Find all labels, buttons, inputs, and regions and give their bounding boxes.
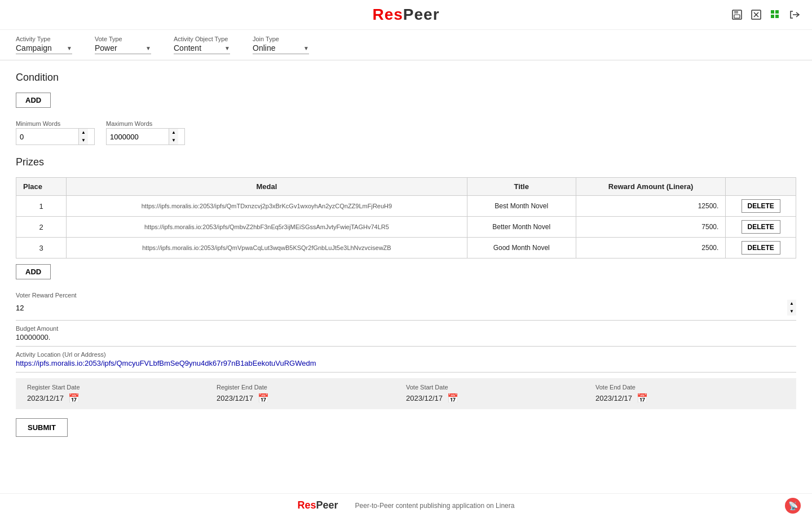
calendar-icon-0[interactable]: 📅 bbox=[68, 393, 80, 404]
calendar-icon-3[interactable]: 📅 bbox=[637, 393, 648, 404]
prizes-row-1: 2 https://ipfs.moralis.io:2053/ipfs/Qmbv… bbox=[16, 217, 796, 238]
prize-medal-0: https://ipfs.moralis.io:2053/ipfs/QmTDxn… bbox=[67, 196, 467, 217]
dropdown-select-3[interactable]: Online ▼ bbox=[253, 43, 309, 54]
dropdown-label-2: Activity Object Type bbox=[174, 36, 230, 42]
voter-up[interactable]: ▲ bbox=[787, 300, 796, 308]
prize-reward-0: 12500. bbox=[576, 196, 726, 217]
close-box-icon[interactable] bbox=[750, 8, 762, 21]
dropdown-select-1[interactable]: Power ▼ bbox=[95, 43, 151, 54]
prize-reward-2: 2500. bbox=[576, 238, 726, 258]
dropdown-label-1: Vote Type bbox=[95, 36, 151, 42]
prizes-col-header-2: Title bbox=[467, 178, 576, 196]
prize-place-2: 3 bbox=[16, 238, 67, 258]
dropdown-arrow-0: ▼ bbox=[67, 45, 72, 51]
condition-add-button[interactable]: ADD bbox=[16, 93, 51, 108]
prizes-row-0: 1 https://ipfs.moralis.io:2053/ipfs/QmTD… bbox=[16, 196, 796, 217]
max-words-input-wrapper: ▲ ▼ bbox=[106, 128, 185, 145]
prize-action-2: DELETE bbox=[726, 238, 796, 258]
location-group: Activity Location (Url or Address) https… bbox=[16, 347, 796, 373]
logo: ResPeer bbox=[372, 6, 439, 24]
voter-down[interactable]: ▼ bbox=[787, 308, 796, 316]
budget-value: 10000000. bbox=[16, 333, 796, 341]
prize-medal-1: https://ipfs.moralis.io:2053/ipfs/QmbvZ2… bbox=[67, 217, 467, 238]
svg-rect-7 bbox=[775, 10, 779, 14]
date-value-2: 2023/12/17 bbox=[406, 394, 443, 402]
min-words-input[interactable] bbox=[16, 130, 78, 143]
condition-section: Condition ADD Minimum Words ▲ ▼ Maximum … bbox=[16, 72, 796, 145]
footer-logo-res: Res bbox=[298, 500, 316, 511]
prizes-add-button[interactable]: ADD bbox=[16, 264, 51, 279]
dropdown-val-1: Power bbox=[95, 43, 117, 52]
min-words-label: Minimum Words bbox=[16, 120, 95, 127]
min-words-down[interactable]: ▼ bbox=[79, 137, 88, 144]
prizes-table: PlaceMedalTitleReward Amount (Linera) 1 … bbox=[16, 177, 796, 258]
date-value-row-1: 2023/12/17 📅 bbox=[217, 393, 389, 404]
date-group-1: Register End Date 2023/12/17 📅 bbox=[217, 384, 389, 404]
calendar-icon-1[interactable]: 📅 bbox=[258, 393, 269, 404]
date-value-row-3: 2023/12/17 📅 bbox=[595, 393, 768, 404]
prize-delete-btn-1[interactable]: DELETE bbox=[742, 220, 780, 234]
max-words-down[interactable]: ▼ bbox=[169, 137, 178, 144]
dropdown-label-0: Activity Type bbox=[16, 36, 72, 42]
dropdown-group-1: Vote Type Power ▼ bbox=[95, 36, 151, 60]
prize-title-1: Better Month Novel bbox=[467, 217, 576, 238]
voter-reward-input[interactable] bbox=[16, 304, 787, 312]
prizes-col-header-1: Medal bbox=[67, 178, 467, 196]
max-words-up[interactable]: ▲ bbox=[169, 129, 178, 137]
date-value-1: 2023/12/17 bbox=[217, 394, 253, 402]
date-value-3: 2023/12/17 bbox=[595, 394, 632, 402]
svg-rect-8 bbox=[771, 15, 774, 18]
voter-reward-spinner[interactable]: ▲ ▼ bbox=[787, 300, 796, 316]
svg-rect-6 bbox=[771, 10, 774, 14]
dropdown-val-2: Content bbox=[174, 43, 201, 52]
location-value: https://ipfs.moralis.io:2053/ipfs/QmcyuF… bbox=[16, 359, 796, 367]
prize-medal-2: https://ipfs.moralis.io:2053/ipfs/QmVpwa… bbox=[67, 238, 467, 258]
dropdown-select-2[interactable]: Content ▼ bbox=[174, 43, 230, 54]
date-label-2: Vote Start Date bbox=[406, 384, 579, 391]
date-label-0: Register Start Date bbox=[27, 384, 200, 391]
date-value-row-0: 2023/12/17 📅 bbox=[27, 393, 200, 404]
header-icons bbox=[731, 8, 801, 21]
footer: ResPeer Peer-to-Peer content publishing … bbox=[0, 493, 812, 517]
voter-reward-label: Voter Reward Percent bbox=[16, 292, 796, 299]
prize-delete-btn-2[interactable]: DELETE bbox=[742, 241, 780, 255]
svg-rect-9 bbox=[775, 15, 779, 18]
grid-icon[interactable] bbox=[769, 8, 782, 21]
prize-action-0: DELETE bbox=[726, 196, 796, 217]
prize-reward-1: 7500. bbox=[576, 217, 726, 238]
submit-button[interactable]: SUBMIT bbox=[16, 418, 68, 437]
dropdown-val-3: Online bbox=[253, 43, 275, 52]
logo-peer: Peer bbox=[403, 6, 440, 23]
dropdown-select-0[interactable]: Campaign ▼ bbox=[16, 43, 72, 54]
date-label-1: Register End Date bbox=[217, 384, 389, 391]
dropdown-arrow-3: ▼ bbox=[303, 45, 309, 51]
max-words-input[interactable] bbox=[107, 130, 169, 143]
footer-broadcast-icon[interactable]: 📡 bbox=[785, 498, 801, 514]
prize-place-1: 2 bbox=[16, 217, 67, 238]
min-words-up[interactable]: ▲ bbox=[79, 129, 88, 137]
prizes-col-header-3: Reward Amount (Linera) bbox=[576, 178, 726, 196]
svg-rect-1 bbox=[734, 10, 738, 14]
dropdown-group-3: Join Type Online ▼ bbox=[253, 36, 309, 60]
dropdown-label-3: Join Type bbox=[253, 36, 309, 42]
save-icon[interactable] bbox=[731, 8, 743, 21]
min-words-spinner[interactable]: ▲ ▼ bbox=[78, 129, 88, 144]
dropdown-arrow-1: ▼ bbox=[145, 45, 151, 51]
logout-icon[interactable] bbox=[788, 8, 801, 21]
prize-delete-btn-0[interactable]: DELETE bbox=[742, 199, 780, 213]
max-words-group: Maximum Words ▲ ▼ bbox=[106, 120, 185, 145]
date-row: Register Start Date 2023/12/17 📅 Registe… bbox=[16, 378, 796, 409]
prize-action-1: DELETE bbox=[726, 217, 796, 238]
dropdown-group-2: Activity Object Type Content ▼ bbox=[174, 36, 230, 60]
calendar-icon-2[interactable]: 📅 bbox=[447, 393, 458, 404]
min-words-group: Minimum Words ▲ ▼ bbox=[16, 120, 95, 145]
max-words-spinner[interactable]: ▲ ▼ bbox=[169, 129, 178, 144]
footer-logo: ResPeer bbox=[298, 500, 338, 511]
prize-title-2: Good Month Novel bbox=[467, 238, 576, 258]
main-content: Condition ADD Minimum Words ▲ ▼ Maximum … bbox=[0, 60, 812, 459]
dropdown-group-0: Activity Type Campaign ▼ bbox=[16, 36, 72, 60]
voter-reward-group: Voter Reward Percent ▲ ▼ bbox=[16, 287, 796, 321]
condition-title: Condition bbox=[16, 72, 796, 84]
footer-tagline: Peer-to-Peer content publishing applicat… bbox=[355, 502, 515, 510]
dropdown-val-0: Campaign bbox=[16, 43, 52, 52]
